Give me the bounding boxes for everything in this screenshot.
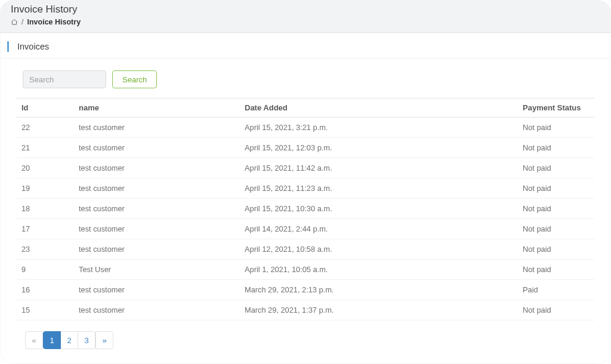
cell-name: test customer: [74, 158, 240, 178]
page-3[interactable]: 3: [78, 331, 95, 349]
col-status: Payment Status: [518, 98, 594, 118]
table-row[interactable]: 9Test UserApril 1, 2021, 10:05 a.m.Not p…: [17, 260, 594, 280]
table-row[interactable]: 20test customerApril 15, 2021, 11:42 a.m…: [17, 158, 594, 178]
cell-name: test customer: [74, 280, 240, 300]
cell-status: Not paid: [518, 178, 594, 199]
cell-status: Not paid: [518, 118, 594, 138]
cell-id: 22: [17, 118, 74, 138]
cell-date: April 15, 2021, 10:30 a.m.: [240, 199, 518, 219]
cell-name: test customer: [74, 219, 240, 239]
breadcrumb-current: Invoice Hisotry: [27, 18, 81, 26]
cell-status: Not paid: [518, 138, 594, 158]
cell-id: 20: [17, 158, 74, 178]
cell-name: test customer: [74, 239, 240, 260]
cell-id: 19: [17, 178, 74, 199]
cell-status: Not paid: [518, 158, 594, 178]
cell-date: April 12, 2021, 10:58 a.m.: [240, 239, 518, 260]
cell-date: April 1, 2021, 10:05 a.m.: [240, 260, 518, 280]
col-date: Date Added: [240, 98, 518, 118]
cell-id: 17: [17, 219, 74, 239]
table-row[interactable]: 22test customerApril 15, 2021, 3:21 p.m.…: [17, 118, 594, 138]
cell-date: March 29, 2021, 1:37 p.m.: [240, 300, 518, 320]
breadcrumb: / Invoice Hisotry: [11, 18, 600, 26]
search-input[interactable]: [23, 70, 106, 88]
cell-status: Not paid: [518, 260, 594, 280]
table-row[interactable]: 17test customerApril 14, 2021, 2:44 p.m.…: [17, 219, 594, 239]
cell-status: Paid: [518, 280, 594, 300]
cell-status: Not paid: [518, 199, 594, 219]
page-next[interactable]: »: [95, 331, 113, 349]
invoices-table: Id name Date Added Payment Status 22test…: [17, 98, 594, 320]
cell-status: Not paid: [518, 300, 594, 320]
cell-date: March 29, 2021, 2:13 p.m.: [240, 280, 518, 300]
cell-id: 18: [17, 199, 74, 219]
cell-date: April 14, 2021, 2:44 p.m.: [240, 219, 518, 239]
cell-date: April 15, 2021, 12:03 p.m.: [240, 138, 518, 158]
cell-id: 21: [17, 138, 74, 158]
table-row[interactable]: 19test customerApril 15, 2021, 11:23 a.m…: [17, 178, 594, 199]
table-row[interactable]: 21test customerApril 15, 2021, 12:03 p.m…: [17, 138, 594, 158]
cell-date: April 15, 2021, 11:42 a.m.: [240, 158, 518, 178]
search-button[interactable]: Search: [112, 70, 157, 88]
breadcrumb-sep: /: [21, 18, 23, 26]
page-1[interactable]: 1: [43, 331, 61, 349]
page-prev[interactable]: «: [25, 331, 43, 349]
cell-id: 23: [17, 239, 74, 260]
cell-status: Not paid: [518, 219, 594, 239]
page-title: Invoice History: [11, 4, 600, 16]
page-2[interactable]: 2: [60, 331, 78, 349]
cell-name: Test User: [74, 260, 240, 280]
cell-name: test customer: [74, 300, 240, 320]
section-title: Invoices: [17, 42, 49, 51]
search-row: Search: [23, 70, 594, 88]
section-header: Invoices: [0, 33, 611, 58]
cell-id: 9: [17, 260, 74, 280]
col-id: Id: [17, 98, 74, 118]
cell-date: April 15, 2021, 11:23 a.m.: [240, 178, 518, 199]
col-name: name: [74, 98, 240, 118]
cell-name: test customer: [74, 138, 240, 158]
cell-name: test customer: [74, 178, 240, 199]
cell-date: April 15, 2021, 3:21 p.m.: [240, 118, 518, 138]
pagination: « 123 »: [25, 331, 594, 349]
table-row[interactable]: 18test customerApril 15, 2021, 10:30 a.m…: [17, 199, 594, 219]
cell-id: 16: [17, 280, 74, 300]
cell-name: test customer: [74, 199, 240, 219]
cell-id: 15: [17, 300, 74, 320]
page-header: Invoice History / Invoice Hisotry: [0, 0, 611, 33]
table-row[interactable]: 16test customerMarch 29, 2021, 2:13 p.m.…: [17, 280, 594, 300]
home-icon[interactable]: [11, 18, 18, 26]
table-row[interactable]: 15test customerMarch 29, 2021, 1:37 p.m.…: [17, 300, 594, 320]
accent-bar: [7, 41, 9, 52]
cell-name: test customer: [74, 118, 240, 138]
cell-status: Not paid: [518, 239, 594, 260]
table-row[interactable]: 23test customerApril 12, 2021, 10:58 a.m…: [17, 239, 594, 260]
